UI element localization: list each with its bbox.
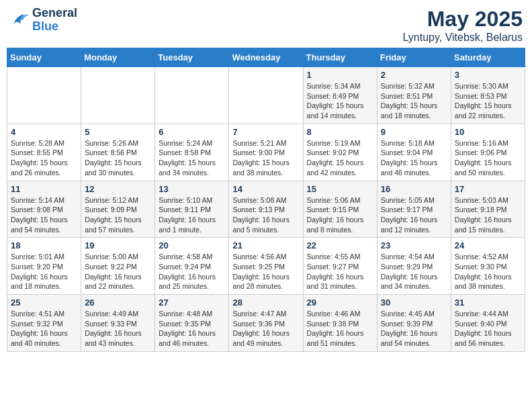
page-header: General Blue May 2025 Lyntupy, Vitebsk, … — [7, 7, 525, 44]
calendar-cell: 23Sunrise: 4:54 AM Sunset: 9:29 PM Dayli… — [377, 238, 451, 295]
calendar-cell: 31Sunrise: 4:44 AM Sunset: 9:40 PM Dayli… — [451, 295, 525, 352]
day-info: Sunrise: 5:03 AM Sunset: 9:18 PM Dayligh… — [455, 195, 521, 235]
calendar-week-1: 1Sunrise: 5:34 AM Sunset: 8:49 PM Daylig… — [7, 67, 525, 124]
page-title: May 2025 — [403, 7, 523, 32]
day-info: Sunrise: 5:00 AM Sunset: 9:22 PM Dayligh… — [85, 252, 151, 291]
day-info: Sunrise: 4:54 AM Sunset: 9:29 PM Dayligh… — [381, 252, 447, 291]
day-number: 23 — [381, 240, 447, 250]
calendar-cell: 16Sunrise: 5:05 AM Sunset: 9:17 PM Dayli… — [377, 181, 451, 238]
calendar-cell: 4Sunrise: 5:28 AM Sunset: 8:55 PM Daylig… — [7, 124, 81, 181]
day-number: 5 — [85, 127, 151, 137]
day-info: Sunrise: 4:45 AM Sunset: 9:39 PM Dayligh… — [381, 309, 447, 349]
calendar-cell: 27Sunrise: 4:48 AM Sunset: 9:35 PM Dayli… — [155, 295, 229, 352]
calendar-cell — [229, 67, 303, 124]
calendar-cell: 1Sunrise: 5:34 AM Sunset: 8:49 PM Daylig… — [303, 67, 377, 124]
day-number: 1 — [307, 70, 373, 80]
calendar-cell: 9Sunrise: 5:18 AM Sunset: 9:04 PM Daylig… — [377, 124, 451, 181]
day-number: 17 — [455, 184, 521, 194]
day-number: 15 — [307, 184, 373, 194]
day-number: 31 — [455, 298, 521, 308]
day-number: 18 — [11, 240, 77, 250]
calendar-cell: 20Sunrise: 4:58 AM Sunset: 9:24 PM Dayli… — [155, 238, 229, 295]
day-number: 25 — [11, 298, 77, 308]
calendar-cell — [7, 67, 81, 124]
calendar-cell: 8Sunrise: 5:19 AM Sunset: 9:02 PM Daylig… — [303, 124, 377, 181]
day-number: 3 — [455, 70, 521, 80]
calendar-table: SundayMondayTuesdayWednesdayThursdayFrid… — [7, 48, 525, 352]
page-subtitle: Lyntupy, Vitebsk, Belarus — [403, 32, 523, 44]
logo: General Blue — [9, 7, 77, 34]
calendar-cell: 7Sunrise: 5:21 AM Sunset: 9:00 PM Daylig… — [229, 124, 303, 181]
day-number: 7 — [232, 127, 299, 137]
day-info: Sunrise: 4:56 AM Sunset: 9:25 PM Dayligh… — [232, 252, 299, 291]
day-number: 6 — [159, 127, 225, 137]
calendar-cell: 22Sunrise: 4:55 AM Sunset: 9:27 PM Dayli… — [303, 238, 377, 295]
day-number: 26 — [85, 298, 151, 308]
day-number: 8 — [307, 127, 373, 137]
day-number: 10 — [455, 127, 521, 137]
day-number: 22 — [307, 240, 373, 250]
day-info: Sunrise: 4:52 AM Sunset: 9:30 PM Dayligh… — [455, 252, 521, 291]
day-number: 2 — [381, 70, 447, 80]
calendar-cell: 12Sunrise: 5:12 AM Sunset: 9:09 PM Dayli… — [81, 181, 155, 238]
day-info: Sunrise: 4:48 AM Sunset: 9:35 PM Dayligh… — [159, 309, 225, 349]
weekday-header-sunday: Sunday — [7, 48, 81, 67]
day-info: Sunrise: 4:55 AM Sunset: 9:27 PM Dayligh… — [307, 252, 373, 291]
calendar-week-3: 11Sunrise: 5:14 AM Sunset: 9:08 PM Dayli… — [7, 181, 525, 238]
day-info: Sunrise: 5:18 AM Sunset: 9:04 PM Dayligh… — [381, 138, 447, 178]
calendar-cell: 10Sunrise: 5:16 AM Sunset: 9:06 PM Dayli… — [451, 124, 525, 181]
title-block: May 2025 Lyntupy, Vitebsk, Belarus — [403, 7, 523, 44]
weekday-header-monday: Monday — [81, 48, 155, 67]
day-number: 21 — [232, 240, 299, 250]
day-number: 4 — [11, 127, 77, 137]
day-number: 11 — [11, 184, 77, 194]
calendar-cell: 19Sunrise: 5:00 AM Sunset: 9:22 PM Dayli… — [81, 238, 155, 295]
calendar-cell: 21Sunrise: 4:56 AM Sunset: 9:25 PM Dayli… — [229, 238, 303, 295]
day-info: Sunrise: 5:05 AM Sunset: 9:17 PM Dayligh… — [381, 195, 447, 235]
day-info: Sunrise: 5:24 AM Sunset: 8:58 PM Dayligh… — [159, 138, 225, 178]
day-info: Sunrise: 5:10 AM Sunset: 9:11 PM Dayligh… — [159, 195, 225, 235]
calendar-cell — [81, 67, 155, 124]
calendar-header: SundayMondayTuesdayWednesdayThursdayFrid… — [7, 48, 525, 67]
day-number: 28 — [232, 298, 299, 308]
day-info: Sunrise: 4:44 AM Sunset: 9:40 PM Dayligh… — [455, 309, 521, 349]
calendar-week-2: 4Sunrise: 5:28 AM Sunset: 8:55 PM Daylig… — [7, 124, 525, 181]
calendar-cell: 5Sunrise: 5:26 AM Sunset: 8:56 PM Daylig… — [81, 124, 155, 181]
logo-text: General Blue — [32, 7, 77, 34]
day-info: Sunrise: 4:47 AM Sunset: 9:36 PM Dayligh… — [232, 309, 299, 349]
day-number: 19 — [85, 240, 151, 250]
day-info: Sunrise: 5:14 AM Sunset: 9:08 PM Dayligh… — [11, 195, 77, 235]
day-number: 20 — [159, 240, 225, 250]
calendar-week-5: 25Sunrise: 4:51 AM Sunset: 9:32 PM Dayli… — [7, 295, 525, 352]
calendar-week-4: 18Sunrise: 5:01 AM Sunset: 9:20 PM Dayli… — [7, 238, 525, 295]
day-number: 14 — [232, 184, 299, 194]
day-info: Sunrise: 5:34 AM Sunset: 8:49 PM Dayligh… — [307, 81, 373, 121]
logo-icon — [9, 10, 30, 30]
day-info: Sunrise: 4:58 AM Sunset: 9:24 PM Dayligh… — [159, 252, 225, 291]
weekday-header-saturday: Saturday — [451, 48, 525, 67]
day-number: 12 — [85, 184, 151, 194]
day-number: 24 — [455, 240, 521, 250]
day-info: Sunrise: 5:16 AM Sunset: 9:06 PM Dayligh… — [455, 138, 521, 178]
weekday-header-wednesday: Wednesday — [229, 48, 303, 67]
day-info: Sunrise: 4:49 AM Sunset: 9:33 PM Dayligh… — [85, 309, 151, 349]
calendar-cell: 11Sunrise: 5:14 AM Sunset: 9:08 PM Dayli… — [7, 181, 81, 238]
day-info: Sunrise: 5:01 AM Sunset: 9:20 PM Dayligh… — [11, 252, 77, 291]
day-number: 13 — [159, 184, 225, 194]
day-info: Sunrise: 4:46 AM Sunset: 9:38 PM Dayligh… — [307, 309, 373, 349]
calendar-cell: 26Sunrise: 4:49 AM Sunset: 9:33 PM Dayli… — [81, 295, 155, 352]
calendar-cell: 17Sunrise: 5:03 AM Sunset: 9:18 PM Dayli… — [451, 181, 525, 238]
day-info: Sunrise: 5:08 AM Sunset: 9:13 PM Dayligh… — [232, 195, 299, 235]
day-number: 29 — [307, 298, 373, 308]
calendar-cell: 18Sunrise: 5:01 AM Sunset: 9:20 PM Dayli… — [7, 238, 81, 295]
day-number: 9 — [381, 127, 447, 137]
calendar-cell: 2Sunrise: 5:32 AM Sunset: 8:51 PM Daylig… — [377, 67, 451, 124]
day-number: 27 — [159, 298, 225, 308]
calendar-cell — [155, 67, 229, 124]
day-info: Sunrise: 5:26 AM Sunset: 8:56 PM Dayligh… — [85, 138, 151, 178]
weekday-header-thursday: Thursday — [303, 48, 377, 67]
calendar-cell: 13Sunrise: 5:10 AM Sunset: 9:11 PM Dayli… — [155, 181, 229, 238]
calendar-cell: 15Sunrise: 5:06 AM Sunset: 9:15 PM Dayli… — [303, 181, 377, 238]
weekday-header-tuesday: Tuesday — [155, 48, 229, 67]
day-info: Sunrise: 5:28 AM Sunset: 8:55 PM Dayligh… — [11, 138, 77, 178]
